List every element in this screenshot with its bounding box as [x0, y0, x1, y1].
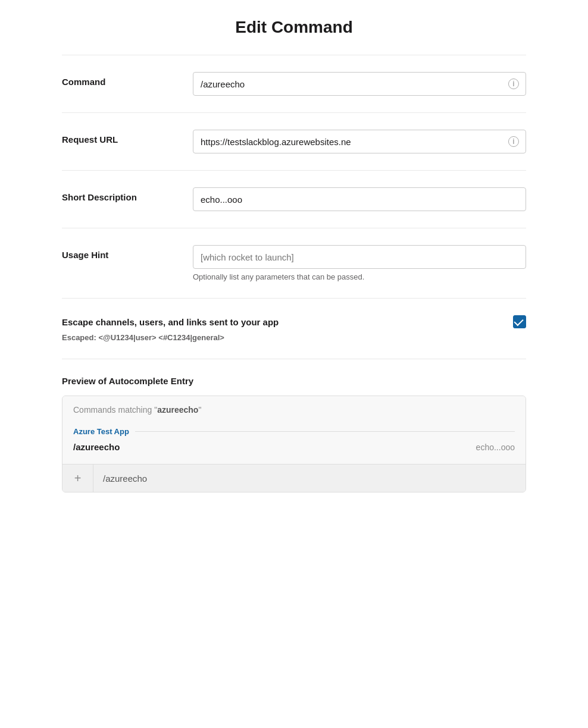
command-input[interactable]	[193, 72, 526, 96]
autocomplete-command-keyword: azureecho	[157, 405, 198, 415]
usage-hint-help-text: Optionally list any parameters that can …	[193, 272, 526, 281]
escape-section: Escape channels, users, and links sent t…	[62, 299, 526, 359]
usage-hint-section: Usage Hint Optionally list any parameter…	[62, 228, 526, 299]
request-url-section: Request URL i	[62, 113, 526, 171]
escape-row: Escape channels, users, and links sent t…	[62, 315, 526, 328]
request-url-row: Request URL i	[62, 130, 526, 153]
short-description-row: Short Description	[62, 187, 526, 211]
usage-hint-field-wrapper: Optionally list any parameters that can …	[193, 245, 526, 281]
autocomplete-command-name: /azureecho	[73, 442, 120, 452]
request-url-label: Request URL	[62, 130, 169, 145]
request-url-info-icon[interactable]: i	[508, 136, 519, 147]
usage-hint-input[interactable]	[193, 245, 526, 269]
usage-hint-row: Usage Hint Optionally list any parameter…	[62, 245, 526, 281]
autocomplete-app-name: Azure Test App	[73, 427, 515, 436]
short-description-label: Short Description	[62, 187, 169, 202]
short-description-input[interactable]	[193, 187, 526, 211]
autocomplete-command-row: /azureecho echo...ooo	[73, 440, 515, 454]
command-label: Command	[62, 72, 169, 87]
preview-section: Preview of Autocomplete Entry Commands m…	[62, 359, 526, 509]
short-description-section: Short Description	[62, 171, 526, 228]
request-url-field-wrapper: i	[193, 130, 526, 153]
autocomplete-header: Commands matching "azureecho"	[62, 396, 526, 421]
command-field-wrapper: i	[193, 72, 526, 96]
escape-checkbox[interactable]	[513, 315, 526, 328]
command-info-icon[interactable]: i	[508, 79, 519, 89]
command-row: Command i	[62, 72, 526, 96]
short-description-field-wrapper	[193, 187, 526, 211]
escape-subtitle: Escaped: <@U1234|user> <#C1234|general>	[62, 333, 526, 342]
autocomplete-header-text: Commands matching "azureecho"	[73, 405, 201, 415]
request-url-input-container: i	[193, 130, 526, 153]
request-url-input[interactable]	[193, 130, 526, 153]
page-title: Edit Command	[62, 18, 526, 37]
usage-hint-label: Usage Hint	[62, 245, 169, 260]
autocomplete-preview: Commands matching "azureecho" Azure Test…	[62, 396, 526, 492]
escape-title: Escape channels, users, and links sent t…	[62, 317, 279, 327]
preview-title: Preview of Autocomplete Entry	[62, 376, 526, 386]
command-input-container: i	[193, 72, 526, 96]
autocomplete-footer-command: /azureecho	[93, 473, 157, 484]
autocomplete-command-desc: echo...ooo	[476, 443, 515, 452]
command-section: Command i	[62, 55, 526, 113]
autocomplete-plus-icon: +	[62, 465, 93, 492]
autocomplete-body: Azure Test App /azureecho echo...ooo	[62, 421, 526, 464]
autocomplete-footer: + /azureecho	[62, 464, 526, 492]
